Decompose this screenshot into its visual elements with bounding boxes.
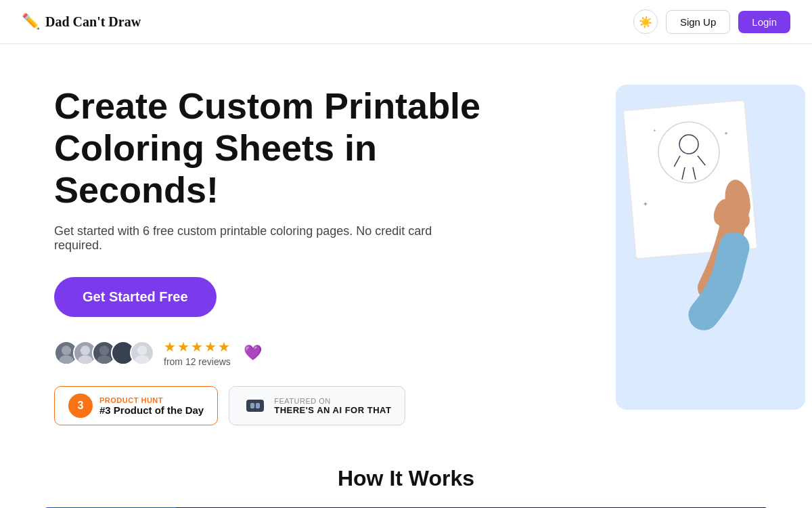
svg-point-7	[116, 356, 130, 365]
producthunt-value: #3 Product of the Day	[99, 404, 204, 416]
svg-point-3	[78, 356, 92, 365]
aithat-icon	[243, 394, 267, 418]
svg-text:✦: ✦	[653, 129, 657, 133]
producthunt-text: PRODUCT HUNT #3 Product of the Day	[99, 396, 204, 416]
get-started-button[interactable]: Get Started Free	[54, 277, 217, 317]
how-it-works-section: How It Works	[0, 452, 812, 491]
svg-point-4	[99, 346, 109, 356]
svg-point-14	[256, 404, 259, 407]
producthunt-icon: 3	[68, 394, 93, 418]
section-title: How It Works	[54, 466, 758, 491]
star-rating: ★★★★★	[164, 339, 231, 355]
svg-point-6	[118, 346, 128, 356]
review-info: ★★★★★ from 12 reviews	[164, 339, 231, 367]
aithat-value: THERE'S AN AI FOR THAT	[274, 405, 391, 415]
svg-point-9	[135, 356, 149, 365]
svg-point-1	[59, 356, 73, 365]
svg-point-8	[137, 346, 147, 356]
hero-subtitle: Get started with 6 free custom printable…	[54, 224, 433, 253]
aithat-badge[interactable]: FEATURED ON THERE'S AN AI FOR THAT	[229, 386, 405, 425]
avatar-group	[54, 341, 154, 365]
svg-point-2	[81, 346, 90, 356]
hero-illustration: ✦ ✦ ✦	[568, 85, 812, 396]
producthunt-label: PRODUCT HUNT	[99, 396, 204, 404]
review-count: from 12 reviews	[164, 356, 231, 367]
login-button[interactable]: Login	[738, 11, 790, 33]
svg-point-13	[251, 404, 254, 407]
navbar: ✏️ Dad Can't Draw ☀️ Sign Up Login	[0, 0, 812, 44]
sun-icon: ☀️	[639, 16, 652, 28]
heart-icon: 💜	[244, 344, 262, 362]
signup-button[interactable]: Sign Up	[666, 10, 730, 34]
hero-title: Create Custom Printable Coloring Sheets …	[54, 85, 528, 211]
logo-text: Dad Can't Draw	[45, 14, 141, 30]
svg-rect-10	[246, 400, 264, 412]
aithat-label: FEATURED ON	[274, 397, 391, 405]
svg-text:✦: ✦	[642, 200, 648, 208]
svg-point-5	[97, 356, 111, 365]
logo-icon: ✏️	[22, 13, 40, 30]
theme-toggle-button[interactable]: ☀️	[633, 9, 658, 34]
nav-right: ☀️ Sign Up Login	[633, 9, 790, 34]
svg-text:✦: ✦	[723, 130, 729, 137]
logo[interactable]: ✏️ Dad Can't Draw	[22, 13, 141, 30]
avatar	[130, 341, 154, 365]
svg-point-29	[717, 208, 750, 232]
svg-point-0	[62, 346, 71, 356]
hero-section: Create Custom Printable Coloring Sheets …	[0, 44, 812, 452]
aithat-text: FEATURED ON THERE'S AN AI FOR THAT	[274, 397, 391, 415]
producthunt-badge[interactable]: 3 PRODUCT HUNT #3 Product of the Day	[54, 386, 218, 425]
